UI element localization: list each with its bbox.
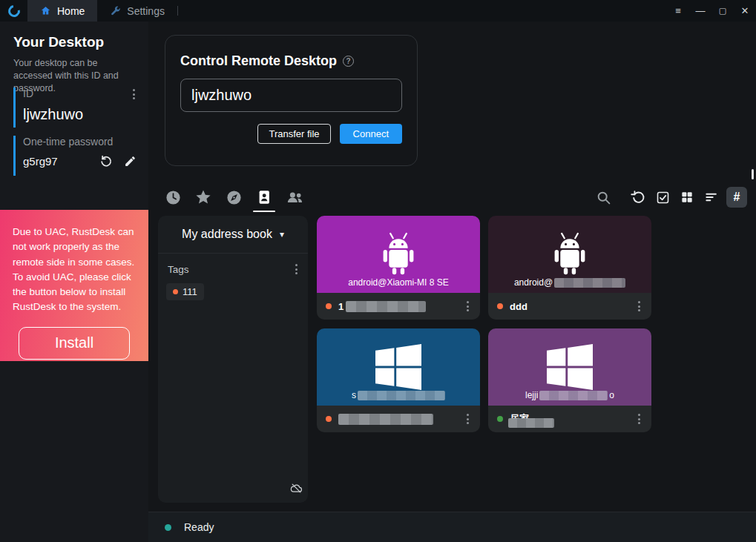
connection-status-dot [165,524,171,531]
peer-card-footer: ddd [488,293,651,320]
peer-name [338,414,433,425]
redacted-text [346,301,426,312]
windows-icon [375,344,421,390]
id-filter-toggle-icon[interactable]: # [726,187,747,208]
peer-hostname: android@ [488,277,651,288]
status-dot [497,416,503,422]
peer-card-footer: 1 [317,293,480,320]
peer-card-footer: 居家 [488,406,651,432]
wrench-icon [110,5,121,16]
tags-menu-icon[interactable] [291,262,302,276]
select-checkbox-icon[interactable] [653,188,672,207]
peer-name: 1 [338,301,426,312]
peer-menu-icon[interactable] [634,300,645,313]
tab-settings-label: Settings [127,5,165,17]
peer-name: ddd [510,301,527,312]
uac-warning-card: Due to UAC, RustDesk can not work proper… [0,210,148,361]
status-dot [326,303,332,309]
peer-hostname: android@Xiaomi-MI 8 SE [317,277,480,288]
tab-home[interactable]: Home [27,0,97,22]
close-icon[interactable]: ✕ [734,0,756,22]
scrollbar[interactable] [752,169,754,179]
device-id-value: ljwzhuwo [23,106,139,123]
password-value: g5rg97 [23,155,99,168]
android-icon [548,228,591,281]
app-logo [0,0,27,22]
group-icon[interactable] [285,188,304,207]
redacted-text [338,414,433,425]
peer-card-windows-purple[interactable]: lejjio 居家 [488,328,651,432]
control-remote-desktop-card: Control Remote Desktop ? Transfer file C… [165,35,418,166]
redacted-text [358,391,445,400]
id-label: ID [23,87,33,99]
connection-status-text: Ready [184,521,214,533]
windows-icon [547,344,593,390]
address-book-panel: My address book ▾ Tags 111 [158,216,308,503]
remote-id-input[interactable] [180,79,402,112]
address-book-name: My address book [182,228,272,241]
tab-divider [177,6,178,16]
tags-label: Tags [168,264,189,275]
status-dot [326,416,332,422]
peer-card-windows-blue[interactable]: s [317,328,480,432]
status-bar: Ready [148,512,756,542]
uac-warning-text: Due to UAC, RustDesk can not work proper… [13,225,136,315]
cloud-off-icon[interactable] [290,482,303,498]
peer-menu-icon[interactable] [634,412,645,426]
install-button[interactable]: Install [19,327,130,360]
peer-hostname: s [317,390,480,400]
id-menu-icon[interactable] [128,87,139,101]
peer-name: 居家 [510,412,529,426]
password-label: One-time password [23,136,113,148]
peer-card-android-xiaomi[interactable]: android@Xiaomi-MI 8 SE 1 [317,216,480,320]
peer-cards-grid: android@Xiaomi-MI 8 SE 1 [317,216,651,432]
home-icon [40,5,51,16]
search-icon[interactable] [594,188,613,207]
rustdesk-window: Home Settings ≡ — ▢ ✕ Your Desktop Your … [0,0,756,542]
tab-settings[interactable]: Settings [97,0,177,22]
tag-chip-111[interactable]: 111 [166,283,204,300]
sort-icon[interactable] [702,188,721,207]
peer-menu-icon[interactable] [462,300,473,313]
peers-toolbar: # [163,185,747,209]
minimize-icon[interactable]: — [689,0,711,22]
tab-home-label: Home [57,5,85,17]
titlebar: Home Settings ≡ — ▢ ✕ [0,0,756,22]
main-area: Control Remote Desktop ? Transfer file C… [148,22,756,542]
sidebar: Your Desktop Your desktop can be accesse… [0,22,148,542]
your-desktop-title: Your Desktop [13,34,104,50]
maximize-icon[interactable]: ▢ [711,0,734,22]
password-block: One-time password g5rg97 [13,136,139,176]
recent-sessions-icon[interactable] [163,188,183,207]
grid-view-icon[interactable] [677,188,697,207]
edit-password-icon[interactable] [124,154,137,168]
address-book-tab-icon[interactable] [254,188,274,207]
help-icon[interactable]: ? [343,56,354,67]
connect-button[interactable]: Connect [340,124,402,144]
refresh-password-icon[interactable] [99,154,113,168]
control-remote-desktop-title: Control Remote Desktop [180,53,337,69]
chevron-down-icon: ▾ [280,229,284,239]
peer-hostname: lejjio [488,390,651,400]
transfer-file-button[interactable]: Transfer file [257,124,330,144]
tag-dot [173,289,178,294]
discovered-icon[interactable] [224,188,243,207]
peer-card-android-ddd[interactable]: android@ ddd [488,216,651,320]
redacted-text [539,391,608,400]
rustdesk-logo-icon [5,2,22,19]
address-book-selector[interactable]: My address book ▾ [158,216,308,254]
peer-menu-icon[interactable] [462,412,473,426]
window-controls: ≡ — ▢ ✕ [667,0,756,22]
refresh-peers-icon[interactable] [628,188,648,207]
id-block: ID ljwzhuwo [13,87,139,128]
peer-card-footer [317,406,480,432]
redacted-text [508,418,554,428]
menu-icon[interactable]: ≡ [667,0,689,22]
status-dot [497,303,503,309]
android-icon [377,228,420,281]
redacted-text [554,278,625,288]
favorites-icon[interactable] [194,188,213,207]
